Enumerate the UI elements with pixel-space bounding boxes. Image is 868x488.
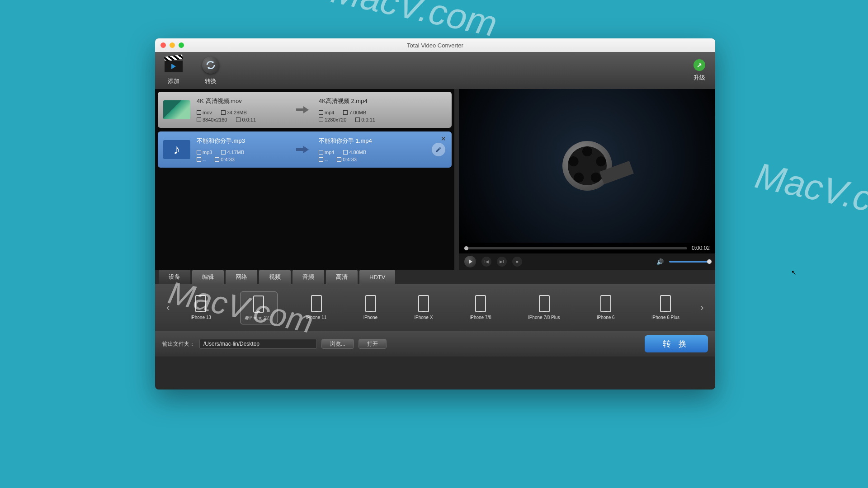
target-resolution: --	[319, 157, 328, 162]
tab-hd[interactable]: 高清	[326, 270, 358, 284]
preview-area	[459, 89, 715, 243]
next-button[interactable]: ▶I	[497, 257, 507, 267]
source-resolution: --	[197, 157, 206, 162]
audio-thumbnail: ♪	[163, 140, 190, 159]
device-row: ‹ iPhone 13 iPhone 12 iPhone 11 iPhone i…	[155, 284, 715, 331]
volume-slider[interactable]	[669, 261, 710, 263]
source-size: 4.17MB	[221, 150, 244, 155]
source-duration: 0:4:33	[215, 157, 235, 162]
minimize-icon[interactable]	[170, 42, 175, 48]
source-filename: 4K 高清视频.mov	[197, 97, 287, 105]
device-option[interactable]: iPhone 12	[240, 291, 278, 324]
window-title: Total Video Converter	[407, 42, 463, 49]
device-option[interactable]: iPhone 6 Plus	[643, 291, 688, 324]
target-size: 4.80MB	[343, 150, 366, 155]
upgrade-label: 升级	[693, 74, 705, 82]
maximize-icon[interactable]	[179, 42, 184, 48]
output-label: 输出文件夹：	[162, 340, 195, 348]
device-option[interactable]: iPhone X	[406, 291, 441, 324]
volume-icon: 🔊	[656, 258, 664, 265]
convert-label: 转换	[205, 77, 217, 85]
tab-video[interactable]: 视频	[259, 270, 291, 284]
add-button[interactable]: 添加	[164, 56, 183, 85]
arrow-icon	[296, 145, 310, 154]
pencil-icon	[435, 146, 442, 153]
phone-icon	[311, 295, 322, 312]
phone-icon	[195, 295, 206, 312]
source-size: 34.28MB	[221, 110, 247, 115]
target-resolution: 1280x720	[319, 117, 346, 122]
source-resolution: 3840x2160	[197, 117, 227, 122]
toolbar: 添加 转换 ↗ 升级	[155, 52, 715, 89]
bottom-bar: 输出文件夹： /Users/mac-lin/Desktop 浏览... 打开 转…	[155, 331, 715, 357]
phone-icon	[253, 296, 264, 313]
source-format: mov	[197, 110, 212, 115]
file-list: 4K 高清视频.mov mov 34.28MB 3840x2160 0:0:11…	[155, 89, 454, 270]
stop-button[interactable]: ■	[512, 257, 522, 267]
playback-time: 0:00:02	[692, 245, 710, 251]
browse-button[interactable]: 浏览...	[321, 339, 354, 349]
tab-devices[interactable]: 设备	[159, 270, 190, 284]
phone-icon	[600, 295, 611, 312]
phone-icon	[660, 295, 671, 312]
refresh-icon	[201, 56, 220, 75]
close-icon[interactable]	[160, 42, 166, 48]
device-option[interactable]: iPhone 7/8 Plus	[520, 291, 568, 324]
progress-slider[interactable]	[464, 247, 687, 249]
tab-edit[interactable]: 编辑	[192, 270, 224, 284]
device-option[interactable]: iPhone 7/8	[462, 291, 500, 324]
prev-page-button[interactable]: ‹	[164, 294, 172, 321]
video-thumbnail	[163, 100, 190, 119]
upgrade-button[interactable]: ↗ 升级	[693, 59, 705, 82]
prev-button[interactable]: I◀	[481, 257, 491, 267]
next-page-button[interactable]: ›	[698, 294, 706, 321]
target-duration: 0:4:33	[337, 157, 357, 162]
app-window: Total Video Converter 添加 转换 ↗ 升级	[155, 38, 715, 389]
convert-action-button[interactable]: 转 换	[645, 335, 708, 352]
device-option[interactable]: iPhone 13	[183, 291, 219, 324]
cursor-icon: ↖	[791, 269, 797, 276]
phone-icon	[418, 295, 429, 312]
phone-icon	[475, 295, 486, 312]
target-duration: 0:0:11	[355, 117, 375, 122]
music-note-icon: ♪	[174, 142, 180, 157]
list-item[interactable]: 4K 高清视频.mov mov 34.28MB 3840x2160 0:0:11…	[158, 92, 452, 128]
convert-button[interactable]: 转换	[201, 56, 220, 85]
target-size: 7.00MB	[343, 110, 366, 115]
source-duration: 0:0:11	[236, 117, 256, 122]
target-format: mp4	[319, 110, 334, 115]
device-option[interactable]: iPhone 6	[589, 291, 623, 324]
clapperboard-icon	[164, 56, 183, 75]
phone-icon	[539, 295, 550, 312]
tab-audio[interactable]: 音频	[292, 270, 324, 284]
close-icon[interactable]: ✕	[440, 135, 447, 142]
add-label: 添加	[168, 77, 179, 85]
upgrade-icon: ↗	[693, 59, 705, 71]
source-format: mp3	[197, 150, 212, 155]
play-button[interactable]	[464, 256, 476, 267]
preview-panel: 0:00:02 I◀ ▶I ■ 🔊	[459, 89, 715, 270]
watermark: MacV.com	[752, 155, 868, 230]
phone-icon	[365, 295, 376, 312]
source-filename: 不能和你分手.mp3	[197, 137, 287, 145]
device-option[interactable]: iPhone 11	[298, 291, 335, 324]
target-filename: 4K高清视频 2.mp4	[319, 97, 409, 105]
titlebar: Total Video Converter	[155, 38, 715, 52]
tab-network[interactable]: 网络	[226, 270, 257, 284]
arrow-icon	[296, 105, 310, 114]
category-tabs: 设备 编辑 网络 视频 音频 高清 HDTV	[155, 270, 715, 284]
tab-hdtv[interactable]: HDTV	[359, 270, 395, 284]
target-filename: 不能和你分手 1.mp4	[319, 137, 409, 145]
target-format: mp4	[319, 150, 334, 155]
edit-button[interactable]	[432, 143, 445, 156]
output-path-field[interactable]: /Users/mac-lin/Desktop	[199, 339, 317, 349]
list-item[interactable]: ✕ ♪ 不能和你分手.mp3 mp3 4.17MB -- 0:4:33	[158, 131, 452, 168]
open-button[interactable]: 打开	[359, 339, 387, 349]
device-option[interactable]: iPhone	[355, 291, 386, 324]
